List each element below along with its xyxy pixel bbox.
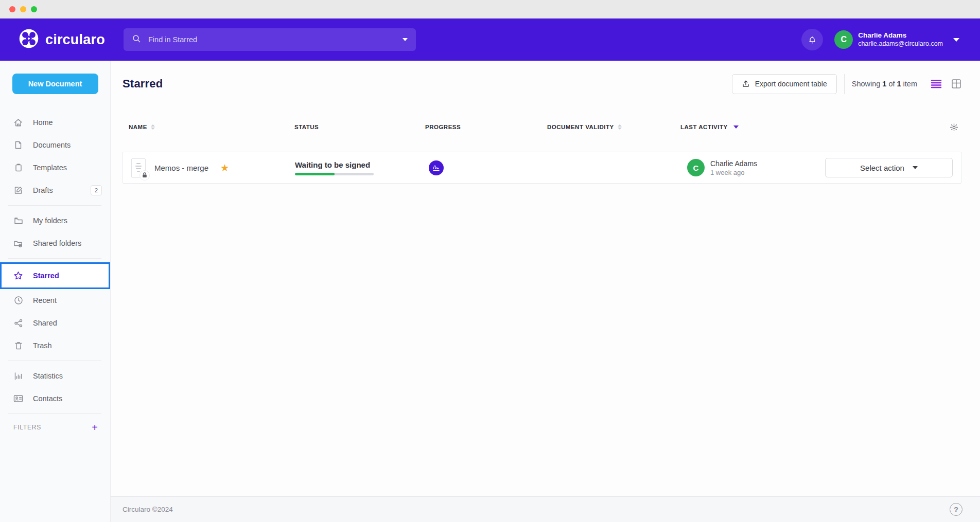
sidebar-item-shared-folders[interactable]: Shared folders bbox=[0, 232, 110, 255]
clipboard-icon bbox=[13, 163, 23, 172]
filters-section-label: FILTERS bbox=[13, 424, 41, 431]
search-bar[interactable] bbox=[124, 28, 416, 51]
circularo-logo-icon bbox=[19, 28, 39, 51]
column-header-progress[interactable]: PROGRESS bbox=[425, 124, 547, 130]
sidebar-item-recent[interactable]: Recent bbox=[0, 289, 110, 312]
bell-icon bbox=[807, 34, 817, 45]
sidebar-item-label: Recent bbox=[33, 296, 57, 304]
home-icon bbox=[13, 118, 23, 128]
list-view-toggle[interactable] bbox=[931, 79, 942, 88]
sidebar-item-label: Starred bbox=[33, 272, 59, 280]
close-window-button[interactable] bbox=[9, 6, 15, 12]
drafts-count-badge: 2 bbox=[91, 185, 102, 195]
sidebar-item-contacts[interactable]: Contacts bbox=[0, 387, 110, 410]
signing-progress-bar bbox=[295, 173, 374, 175]
status-text: Waiting to be signed bbox=[295, 160, 426, 169]
signature-icon bbox=[432, 164, 441, 172]
sort-icon[interactable] bbox=[151, 124, 155, 130]
select-action-button[interactable]: Select action bbox=[825, 158, 953, 177]
sidebar: New Document Home Documents bbox=[0, 61, 111, 522]
share-icon bbox=[13, 319, 23, 328]
sidebar-item-label: Shared bbox=[33, 319, 57, 327]
column-header-document-validity[interactable]: DOCUMENT VALIDITY bbox=[547, 124, 680, 130]
sidebar-item-templates[interactable]: Templates bbox=[0, 156, 110, 179]
contacts-icon bbox=[13, 394, 23, 403]
brand-name: circularo bbox=[45, 32, 105, 48]
upload-icon bbox=[742, 80, 750, 88]
showing-count-text: Showing 1 of 1 item bbox=[852, 80, 919, 88]
column-header-status[interactable]: STATUS bbox=[291, 124, 425, 130]
activity-avatar: C bbox=[687, 159, 705, 176]
activity-user-name: Charlie Adams bbox=[710, 159, 757, 169]
sidebar-item-label: Trash bbox=[33, 341, 52, 350]
help-button[interactable]: ? bbox=[950, 503, 962, 516]
sidebar-item-home[interactable]: Home bbox=[0, 111, 110, 134]
draft-edit-icon bbox=[13, 186, 23, 195]
starred-star-icon[interactable]: ★ bbox=[220, 162, 229, 174]
search-input[interactable] bbox=[148, 35, 395, 44]
copyright-text: Circularo ©2024 bbox=[122, 506, 173, 513]
add-filter-button[interactable]: + bbox=[92, 422, 98, 433]
maximize-window-button[interactable] bbox=[31, 6, 37, 12]
sort-descending-icon[interactable] bbox=[733, 125, 739, 129]
user-avatar: C bbox=[834, 30, 853, 49]
sidebar-divider bbox=[8, 205, 101, 206]
sort-icon[interactable] bbox=[618, 124, 622, 130]
document-icon bbox=[13, 140, 23, 150]
sidebar-item-my-folders[interactable]: My folders bbox=[0, 209, 110, 232]
sidebar-item-label: Contacts bbox=[33, 394, 62, 403]
clock-icon bbox=[13, 296, 23, 305]
sidebar-item-label: Shared folders bbox=[33, 239, 81, 247]
sidebar-item-shared[interactable]: Shared bbox=[0, 312, 110, 334]
user-menu-chevron-down-icon bbox=[953, 38, 959, 42]
search-icon bbox=[132, 34, 141, 45]
sidebar-item-label: Statistics bbox=[33, 372, 63, 380]
star-icon bbox=[13, 271, 23, 280]
table-row[interactable]: Memos - merge ★ Waiting to be signed bbox=[122, 152, 961, 184]
column-header-last-activity[interactable]: LAST ACTIVITY bbox=[680, 124, 834, 130]
sidebar-divider bbox=[8, 258, 101, 259]
sidebar-item-label: Home bbox=[33, 118, 53, 127]
folder-icon bbox=[13, 217, 23, 225]
sidebar-item-drafts[interactable]: Drafts 2 bbox=[0, 179, 110, 202]
sidebar-item-starred[interactable]: Starred bbox=[0, 262, 110, 289]
table-header: NAME STATUS PROGRESS DOCUMENT VALIDITY L… bbox=[122, 118, 961, 136]
document-locked-icon bbox=[131, 158, 146, 177]
sidebar-divider bbox=[8, 361, 101, 361]
column-header-name[interactable]: NAME bbox=[122, 124, 291, 130]
chevron-down-icon bbox=[913, 166, 918, 169]
document-name[interactable]: Memos - merge bbox=[154, 164, 208, 172]
table-settings-button[interactable] bbox=[950, 123, 958, 132]
sidebar-item-trash[interactable]: Trash bbox=[0, 334, 110, 357]
signature-step-button[interactable] bbox=[429, 160, 444, 175]
notifications-button[interactable] bbox=[801, 29, 823, 50]
main-content: Starred Export document table Showing 1 … bbox=[111, 61, 980, 522]
trash-icon bbox=[13, 341, 23, 350]
brand-logo[interactable]: circularo bbox=[19, 28, 124, 51]
user-email: charlie.adams@circularo.com bbox=[858, 40, 943, 48]
user-name: Charlie Adams bbox=[858, 31, 943, 40]
sidebar-item-label: Documents bbox=[33, 141, 71, 149]
grid-view-icon bbox=[951, 79, 961, 89]
user-menu[interactable]: C Charlie Adams charlie.adams@circularo.… bbox=[834, 30, 959, 49]
last-activity-cell: C Charlie Adams 1 week ago bbox=[681, 159, 825, 176]
list-view-icon bbox=[931, 79, 942, 88]
minimize-window-button[interactable] bbox=[20, 6, 26, 12]
app-header: circularo C Charlie Adams charlie.adams@… bbox=[0, 19, 980, 61]
export-document-table-button[interactable]: Export document table bbox=[732, 74, 837, 94]
bar-chart-icon bbox=[13, 372, 23, 381]
sidebar-item-statistics[interactable]: Statistics bbox=[0, 365, 110, 387]
grid-view-toggle[interactable] bbox=[951, 79, 961, 89]
new-document-button[interactable]: New Document bbox=[12, 74, 98, 94]
footer: Circularo ©2024 ? bbox=[111, 496, 980, 522]
window-titlebar bbox=[0, 0, 980, 19]
search-scope-chevron-down-icon[interactable] bbox=[402, 38, 408, 41]
sidebar-item-label: My folders bbox=[33, 217, 67, 225]
gear-icon bbox=[950, 123, 958, 132]
activity-timestamp: 1 week ago bbox=[710, 169, 757, 176]
lock-icon bbox=[140, 171, 149, 180]
sidebar-divider bbox=[8, 413, 101, 414]
sidebar-item-label: Drafts bbox=[33, 186, 53, 194]
sidebar-item-documents[interactable]: Documents bbox=[0, 134, 110, 156]
page-title: Starred bbox=[122, 77, 163, 91]
